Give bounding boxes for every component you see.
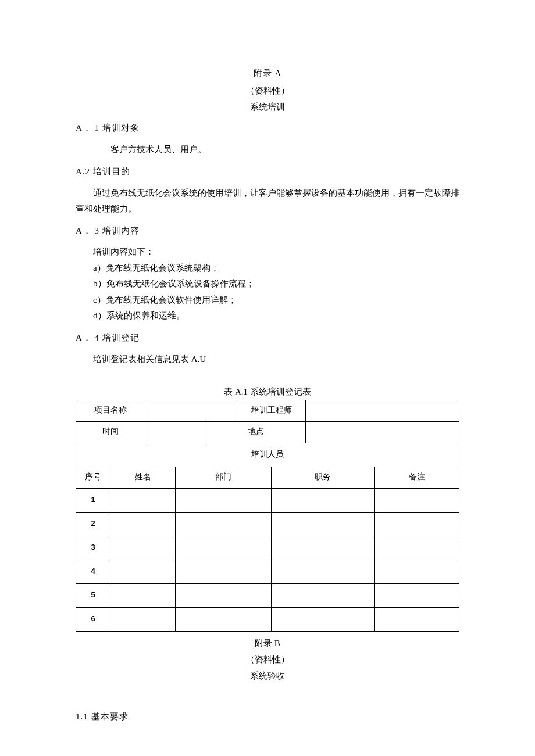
row-dept-2 — [176, 512, 272, 536]
cell-project-value — [145, 400, 237, 421]
a4-heading: A． 4 培训登记 — [76, 331, 459, 345]
row-no-5: 5 — [76, 583, 110, 607]
row-remark-6 — [374, 607, 459, 631]
row-no-3: 3 — [76, 536, 110, 560]
row-dept-3 — [176, 536, 272, 560]
cell-place-value — [306, 421, 459, 443]
row-role-1 — [272, 488, 375, 512]
th-time: 时间 — [76, 421, 145, 443]
th-trainees: 培训人员 — [76, 443, 459, 467]
row-name-2 — [110, 512, 176, 536]
a3-item-b: b）免布线无纸化会议系统设备操作流程； — [93, 277, 459, 292]
a2-body: 通过免布线无纸化会议系统的使用培训，让客户能够掌握设备的基本功能使用，拥有一定故… — [76, 185, 459, 217]
cell-trainer-value — [306, 400, 459, 421]
th-remark: 备注 — [374, 467, 459, 488]
b1-heading: 1.1 基本要求 — [76, 710, 459, 723]
row-role-3 — [272, 536, 375, 560]
a1-body: 客户方技术人员、用户。 — [76, 142, 459, 157]
a3-item-a: a）免布线无纸化会议系统架构； — [93, 261, 459, 276]
a4-body: 培训登记表相关信息见表 A.U — [76, 352, 459, 367]
row-no-4: 4 — [76, 560, 110, 583]
a3-item-c: c）免布线无纸化会议软件使用详解； — [93, 293, 459, 308]
appendix-a-subject: 系统培训 — [76, 100, 459, 114]
th-dept: 部门 — [176, 467, 272, 488]
row-role-6 — [272, 607, 375, 631]
appendix-b-type: （资料性） — [76, 653, 459, 667]
th-trainer: 培训工程师 — [237, 400, 306, 421]
a1-heading: A． 1 培训对象 — [76, 121, 459, 135]
row-remark-4 — [374, 560, 459, 583]
row-no-2: 2 — [76, 512, 110, 536]
table-caption: 表 A.1 系统培训登记表 — [76, 385, 459, 399]
row-remark-5 — [374, 583, 459, 607]
row-name-6 — [110, 607, 176, 631]
th-place: 地点 — [206, 421, 306, 443]
row-remark-2 — [374, 512, 459, 536]
th-project: 项目名称 — [76, 400, 145, 421]
row-no-6: 6 — [76, 607, 110, 631]
a3-heading: A． 3 培训内容 — [76, 224, 459, 238]
row-dept-5 — [176, 583, 272, 607]
row-role-4 — [272, 560, 375, 583]
row-name-3 — [110, 536, 176, 560]
th-no: 序号 — [76, 467, 110, 488]
appendix-a-title: 附录 A — [76, 66, 459, 80]
appendix-b-title: 附录 B — [76, 636, 459, 650]
row-remark-3 — [374, 536, 459, 560]
a3-intro: 培训内容如下： — [93, 245, 459, 260]
row-remark-1 — [374, 488, 459, 512]
row-role-2 — [272, 512, 375, 536]
cell-time-value — [145, 421, 206, 443]
row-dept-1 — [176, 488, 272, 512]
training-table: 项目名称 培训工程师 时间 地点 培训人员 序号 姓名 部门 职务 备注 1 — [76, 400, 459, 632]
th-role: 职务 — [272, 467, 375, 488]
row-role-5 — [272, 583, 375, 607]
page-container: 附录 A （资料性） 系统培训 A． 1 培训对象 客户方技术人员、用户。 A.… — [0, 0, 535, 756]
appendix-b-subject: 系统验收 — [76, 669, 459, 683]
row-name-1 — [110, 488, 176, 512]
appendix-a-type: （资料性） — [76, 84, 459, 98]
row-name-4 — [110, 560, 176, 583]
a3-item-d: d）系统的保养和运维。 — [93, 309, 459, 324]
row-name-5 — [110, 583, 176, 607]
row-dept-6 — [176, 607, 272, 631]
th-name: 姓名 — [110, 467, 176, 488]
row-dept-4 — [176, 560, 272, 583]
a2-heading: A.2 培训目的 — [76, 164, 459, 178]
row-no-1: 1 — [76, 488, 110, 512]
